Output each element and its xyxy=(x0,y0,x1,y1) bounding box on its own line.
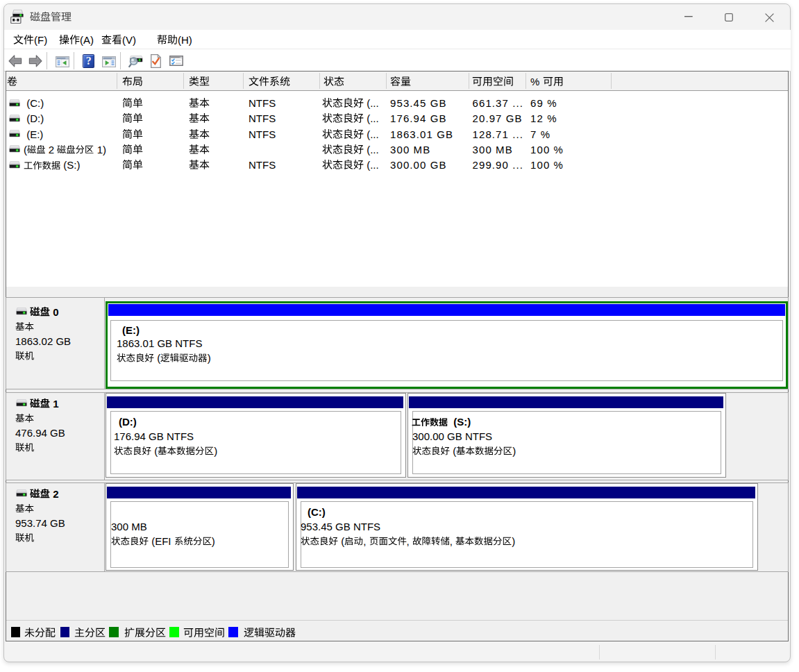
svg-text:?: ? xyxy=(86,54,92,66)
